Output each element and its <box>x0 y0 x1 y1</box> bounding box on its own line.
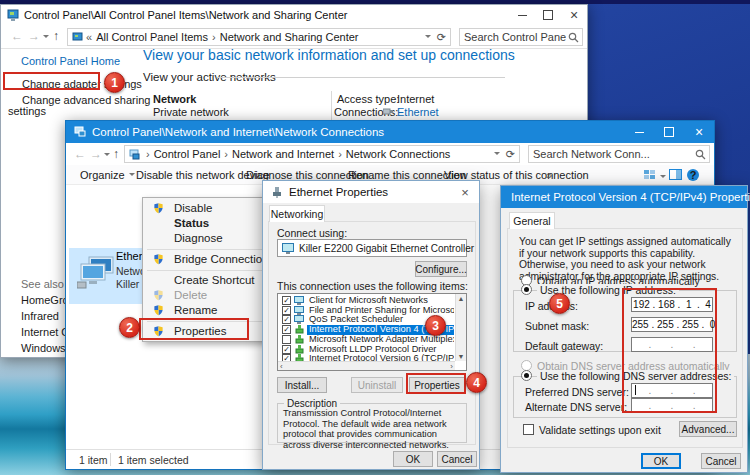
ok-button[interactable]: OK <box>641 453 681 469</box>
help-icon[interactable]: ? <box>687 169 699 181</box>
sidebar-item-change-advanced-sharing-line2[interactable]: settings <box>8 105 46 117</box>
win1-window-controls <box>509 6 587 24</box>
history-chevron-icon[interactable] <box>43 30 49 44</box>
chevron-down-icon <box>129 169 135 181</box>
close-button[interactable] <box>684 121 714 143</box>
forward-icon[interactable] <box>90 147 102 161</box>
validate-label[interactable]: Validate settings upon exit <box>539 424 661 436</box>
win2-window-controls <box>624 121 714 143</box>
ipv4-dialog-title: Internet Protocol Version 4 (TCP/IPv4) P… <box>511 191 750 203</box>
annotation-box-step1 <box>3 72 100 90</box>
eth-dialog-title: Ethernet Properties <box>289 186 388 198</box>
address-location-icon <box>129 149 140 160</box>
search-icon[interactable] <box>695 149 706 160</box>
minimize-button[interactable] <box>624 121 654 143</box>
client-icon <box>294 306 304 315</box>
tab-general[interactable]: General <box>509 212 555 229</box>
page-title: View your basic network information and … <box>143 47 515 63</box>
list-item[interactable]: Client for Microsoft Networks <box>279 296 454 306</box>
alternate-dns-label: Alternate DNS server: <box>525 401 627 413</box>
description-text: Transmission Control Protocol/Internet P… <box>283 408 462 450</box>
win1-search-box <box>459 28 583 46</box>
checkbox-checked[interactable] <box>282 306 291 315</box>
radio-use-dns[interactable] <box>521 370 532 381</box>
up-icon[interactable] <box>53 29 59 43</box>
advanced-button[interactable]: Advanced... <box>679 421 737 437</box>
maximize-button[interactable] <box>535 6 561 24</box>
checkbox-checked[interactable] <box>282 345 291 354</box>
connect-using-label: Connect using: <box>277 227 347 239</box>
refresh-icon[interactable] <box>431 31 446 44</box>
status-divider <box>110 453 111 466</box>
refresh-icon[interactable] <box>500 148 515 161</box>
scroll-left-icon[interactable]: ‹ <box>280 362 283 371</box>
toolbar-overflow-icon[interactable] <box>546 169 552 181</box>
search-input[interactable] <box>464 30 566 44</box>
win2-titlebar: Control Panel\Network and Internet\Netwo… <box>66 121 714 143</box>
checkbox-checked[interactable] <box>282 315 291 324</box>
eth-dialog-titlebar: Ethernet Properties × <box>263 181 479 203</box>
radio-use-ip[interactable] <box>521 284 532 295</box>
annotation-step-5: 5 <box>549 293 570 314</box>
checkbox-checked[interactable] <box>282 296 291 305</box>
uac-shield-icon <box>153 289 164 301</box>
install-button[interactable]: Install... <box>277 377 327 393</box>
list-item[interactable]: Microsoft LLDP Protocol Driver <box>279 345 454 355</box>
uac-shield-icon <box>153 253 164 265</box>
ok-button[interactable]: OK <box>393 451 433 467</box>
win2-address-bar[interactable]: Control Panel Network and Internet Netwo… <box>124 145 520 163</box>
minimize-button[interactable] <box>509 6 535 24</box>
back-icon[interactable] <box>11 29 23 43</box>
organize-menu[interactable]: Organize <box>80 169 135 181</box>
change-view-icon[interactable] <box>644 169 666 183</box>
uac-shield-icon <box>153 304 164 316</box>
configure-button[interactable]: Configure... <box>415 261 467 277</box>
checkbox-checked[interactable] <box>282 325 291 334</box>
list-item[interactable]: File and Printer Sharing for Microsoft N… <box>279 306 454 316</box>
ethernet-adapter-icon <box>77 256 115 290</box>
sidebar-item-control-panel-home[interactable]: Control Panel Home <box>21 55 120 67</box>
win1-address-bar[interactable]: All Control Panel Items Network and Shar… <box>67 28 451 46</box>
subnet-mask-label: Subnet mask: <box>525 320 589 332</box>
network-connections-icon <box>74 126 86 138</box>
preview-pane-icon[interactable] <box>669 169 682 182</box>
tab-networking[interactable]: Networking <box>269 205 325 222</box>
breadcrumb-item[interactable]: Network Connections <box>334 148 450 160</box>
control-panel-icon <box>7 9 19 21</box>
horizontal-scrollbar[interactable]: ‹ › <box>278 361 455 370</box>
chevron-down-icon <box>660 171 666 183</box>
close-icon[interactable]: × <box>451 185 479 200</box>
close-button[interactable] <box>561 6 587 24</box>
scroll-up-icon[interactable]: ▲ <box>456 295 466 302</box>
annotation-step-1: 1 <box>104 72 125 93</box>
breadcrumb-item[interactable]: Control Panel <box>142 148 220 160</box>
protocol-icon <box>295 325 304 334</box>
adapter-icon <box>282 243 295 254</box>
access-type-label: Access type: <box>337 93 399 105</box>
scroll-down-icon[interactable]: ▼ <box>456 353 466 360</box>
breadcrumb-item[interactable]: Network and Internet <box>220 148 334 160</box>
history-chevron-icon[interactable] <box>104 148 110 162</box>
validate-checkbox[interactable] <box>523 424 534 435</box>
adapter-plug-icon <box>271 186 283 198</box>
checkbox-unchecked[interactable] <box>282 335 291 344</box>
forward-icon[interactable] <box>28 29 40 43</box>
cancel-button[interactable]: Cancel <box>437 451 477 467</box>
breadcrumb-item[interactable]: Network and Sharing Center <box>208 31 358 43</box>
ethernet-link[interactable]: Ethernet <box>397 106 439 118</box>
sidebar-item-infrared[interactable]: Infrared <box>21 310 59 322</box>
back-icon[interactable] <box>74 147 86 161</box>
search-icon[interactable] <box>568 32 579 43</box>
ethernet-mini-icon <box>383 107 394 116</box>
breadcrumb-item[interactable]: All Control Panel Items <box>86 31 208 43</box>
up-icon[interactable] <box>113 147 119 161</box>
search-input[interactable] <box>533 147 693 161</box>
ethernet-properties-dialog: Ethernet Properties × Networking Connect… <box>262 180 480 470</box>
scroll-right-icon[interactable]: › <box>450 362 453 371</box>
vertical-scrollbar[interactable]: ▲ ▼ <box>455 294 466 361</box>
list-item[interactable]: Microsoft Network Adapter Multiplexor Pr… <box>279 335 454 345</box>
cancel-button[interactable]: Cancel <box>701 453 741 469</box>
win1-titlebar: Control Panel\All Control Panel Items\Ne… <box>1 5 587 25</box>
see-also-heading: See also <box>21 278 64 290</box>
maximize-button[interactable] <box>654 121 684 143</box>
